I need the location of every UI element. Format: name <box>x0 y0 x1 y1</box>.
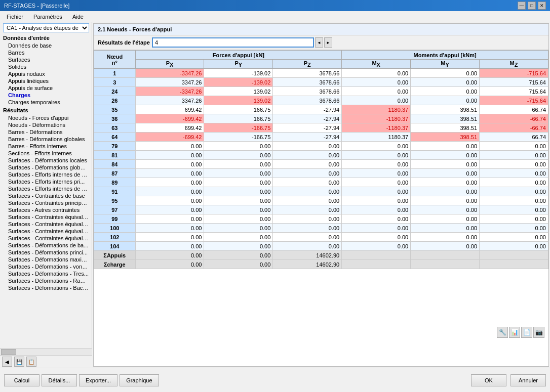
sidebar-item-appuis-nodaux[interactable]: Appuis nodaux <box>0 70 92 77</box>
calcul-button[interactable]: Calcul <box>4 374 40 386</box>
sidebar-item-barres[interactable]: Barres <box>0 49 92 56</box>
table-cell: 0.00 <box>135 178 204 187</box>
sidebar-item-surf-cont-prin[interactable]: Surfaces - Contraintes principa... <box>0 199 92 206</box>
table-cell: 0.00 <box>411 151 480 160</box>
table-cell: 0.00 <box>411 69 480 78</box>
table-cell: 0.00 <box>480 169 548 178</box>
menu-aide[interactable]: Aide <box>68 12 88 21</box>
menu-fichier[interactable]: Fichier <box>2 12 28 21</box>
sum-cell <box>480 251 548 260</box>
sidebar-item-surf-cont-equiv4[interactable]: Surfaces - Contraintes équivale... <box>0 235 92 242</box>
toolbar-chart-icon[interactable]: 📊 <box>509 327 520 338</box>
sum-cell: 14602.90 <box>273 260 342 269</box>
data-table-container: Nœudn° Forces d'appui [kN] Moments d'app… <box>94 50 548 366</box>
table-cell: 699.42 <box>135 105 204 114</box>
sidebar-item-surf-cont-equiv1[interactable]: Surfaces - Contraintes équivale... <box>0 213 92 221</box>
sum-cell: 0.00 <box>135 251 204 260</box>
graphique-button[interactable]: Graphique <box>120 374 159 386</box>
table-cell: 0.00 <box>135 142 204 151</box>
sidebar-item-barres-deform-glob[interactable]: Barres - Déformations globales <box>0 136 92 143</box>
step-input[interactable] <box>152 37 314 48</box>
close-button[interactable]: ✕ <box>538 2 546 10</box>
table-cell: 0.00 <box>273 205 342 214</box>
sidebar-item-charges[interactable]: Charges <box>0 92 92 99</box>
sidebar-item-noeuds-forces[interactable]: Noeuds - Forces d'appui <box>0 114 92 121</box>
sidebar-back-icon[interactable]: ◀ <box>2 357 12 367</box>
table-cell: 0.00 <box>342 224 411 233</box>
table-cell: -27.94 <box>273 123 342 133</box>
results-label: Résultats de l'étape <box>98 39 150 46</box>
col-header-pz: PZ <box>273 60 342 69</box>
cell-noeud: 104 <box>94 242 136 251</box>
table-cell: -1180.37 <box>342 114 411 123</box>
table-cell: -715.64 <box>480 96 548 105</box>
maximize-button[interactable]: □ <box>528 2 536 10</box>
exporter-button[interactable]: Exporter... <box>79 374 117 386</box>
sidebar-save-icon[interactable]: 💾 <box>14 357 24 367</box>
sum-label: Σcharge <box>94 260 136 269</box>
table-row: 263347.26139.023678.660.000.00-715.64 <box>94 96 548 105</box>
bottom-right: OK Annuler <box>471 374 546 386</box>
table-cell: 3347.26 <box>135 78 204 87</box>
col-header-noeud: Nœudn° <box>94 51 136 69</box>
sidebar-item-surf-cont-base[interactable]: Surfaces - Contraintes de base <box>0 192 92 199</box>
step-prev-button[interactable]: ◄ <box>315 37 323 48</box>
sidebar-item-barres-efforts[interactable]: Barres - Efforts internes <box>0 143 92 150</box>
table-cell: 0.00 <box>411 96 480 105</box>
sidebar-hscroll-thumb[interactable] <box>1 349 16 355</box>
minimize-button[interactable]: — <box>518 2 526 10</box>
sidebar-item-surf-deform-prin[interactable]: Surfaces - Déformations princi... <box>0 249 92 256</box>
step-next-button[interactable]: ► <box>324 37 332 48</box>
toolbar-export-icon[interactable]: 📄 <box>521 327 532 338</box>
sum-row: ΣAppuis0.000.0014602.90 <box>94 251 548 260</box>
sidebar-item-noeuds-deform[interactable]: Noeuds - Déformations <box>0 121 92 128</box>
sum-cell: 14602.90 <box>273 251 342 260</box>
table-cell: 715.64 <box>480 78 548 87</box>
table-cell: -715.64 <box>480 69 548 78</box>
sidebar-item-surf-deform-bach[interactable]: Surfaces - Déformations - Bach... <box>0 284 92 291</box>
sidebar-item-solides[interactable]: Solides <box>0 63 92 70</box>
sidebar-item-surf-deform-von[interactable]: Surfaces - Déformations - von M... <box>0 263 92 270</box>
table-row: 35699.42166.75-27.941180.37398.5166.74 <box>94 105 548 114</box>
table-cell: 0.00 <box>342 142 411 151</box>
sidebar-item-surf-cont-equiv3[interactable]: Surfaces - Contraintes équivale... <box>0 228 92 235</box>
menu-bar: Fichier Paramètres Aide <box>0 11 550 22</box>
toolbar-camera-icon[interactable]: 📷 <box>533 327 544 338</box>
col-header-moments: Moments d'appui [kNm] <box>342 51 548 60</box>
table-row: 810.000.000.000.000.000.00 <box>94 151 548 160</box>
table-cell: 0.00 <box>204 178 273 187</box>
details-button[interactable]: Détails... <box>42 374 77 386</box>
toolbar-settings-icon[interactable]: 🔧 <box>497 327 508 338</box>
sidebar-copy-icon[interactable]: 📋 <box>26 357 36 367</box>
annuler-button[interactable]: Annuler <box>510 374 546 386</box>
sidebar-item-surfaces[interactable]: Surfaces <box>0 56 92 63</box>
table-cell: 0.00 <box>135 214 204 224</box>
sidebar-item-barres-deform[interactable]: Barres - Déformations <box>0 128 92 136</box>
sidebar-item-surf-deform-tres[interactable]: Surfaces - Déformations - Tres... <box>0 270 92 277</box>
table-cell: 0.00 <box>135 233 204 242</box>
sidebar-item-appuis-surface[interactable]: Appuis de surface <box>0 84 92 92</box>
sidebar-item-appuis-lineiques[interactable]: Appuis linéiques <box>0 77 92 84</box>
ok-button[interactable]: OK <box>471 374 506 386</box>
sidebar-item-surf-deform-glob[interactable]: Surfaces - Déformations global... <box>0 164 92 171</box>
sidebar-item-donnees-base[interactable]: Données de base <box>0 42 92 49</box>
table-cell: 0.00 <box>342 87 411 96</box>
table-cell: 0.00 <box>411 87 480 96</box>
case-combo[interactable]: CA1 - Analyse des étapes de c... <box>3 23 89 32</box>
table-cell: -66.74 <box>480 114 548 123</box>
sidebar-item-surf-deform-loc[interactable]: Surfaces - Déformations locales <box>0 157 92 164</box>
table-cell: 0.00 <box>273 151 342 160</box>
sidebar-item-surf-efforts-b[interactable]: Surfaces - Efforts internes de b... <box>0 171 92 178</box>
sidebar-item-sections-efforts[interactable]: Sections - Efforts internes <box>0 150 92 157</box>
col-header-my: MY <box>411 60 480 69</box>
sidebar-item-charges-temp[interactable]: Charges temporaires <box>0 99 92 106</box>
sidebar-item-surf-cont-equiv2[interactable]: Surfaces - Contraintes équivale... <box>0 221 92 228</box>
sidebar-item-surf-cont-autres[interactable]: Surfaces - Autres contraintes <box>0 206 92 213</box>
sidebar-item-surf-efforts-pri[interactable]: Surfaces - Efforts internes pri... <box>0 178 92 185</box>
table-cell: 0.00 <box>480 160 548 169</box>
sidebar-item-surf-deform-rank[interactable]: Surfaces - Déformations - Rank... <box>0 277 92 284</box>
sidebar-item-surf-efforts-c[interactable]: Surfaces - Efforts internes de c... <box>0 185 92 192</box>
sidebar-item-surf-deform-ba[interactable]: Surfaces - Déformations de ba... <box>0 242 92 249</box>
menu-parametres[interactable]: Paramètres <box>29 12 67 21</box>
sidebar-item-surf-deform-max[interactable]: Surfaces - Déformations maxim... <box>0 256 92 263</box>
